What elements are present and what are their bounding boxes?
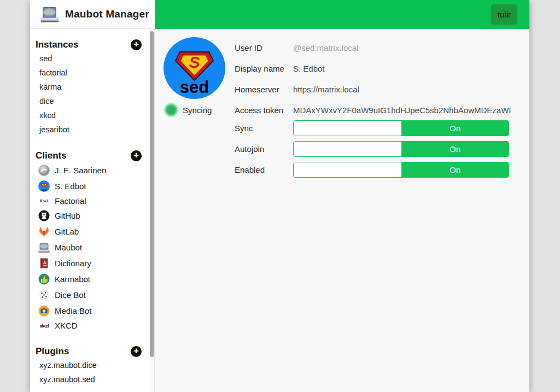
sidebar-item-instance-xkcd[interactable]: xkcd bbox=[36, 108, 143, 122]
avatar-text: sed bbox=[180, 78, 209, 97]
app-body: Instances + sed factorial karma dice xkc… bbox=[30, 29, 529, 392]
thumbs-up-icon bbox=[38, 273, 50, 285]
red-book-icon: A bbox=[38, 258, 50, 269]
sidebar-item-instance-karma[interactable]: karma bbox=[36, 80, 143, 94]
enabled-toggle-on-half[interactable]: On bbox=[401, 162, 509, 177]
sidebar-item-client-xkcd[interactable]: xkcd XKCD bbox=[36, 319, 143, 332]
sidebar-item-plugin-dice[interactable]: xyz.maubot.dice bbox=[36, 358, 143, 372]
sync-toggle-on-half[interactable]: On bbox=[401, 121, 509, 136]
field-row-user-id: User ID @sed:matrix.local bbox=[235, 37, 513, 58]
enabled-toggle-off-half[interactable] bbox=[294, 162, 401, 177]
section-instances: Instances + sed factorial karma dice xkc… bbox=[30, 34, 149, 137]
autojoin-toggle[interactable]: On bbox=[293, 141, 509, 157]
field-row-homeserver: Homeserver https://matrix.local bbox=[235, 79, 513, 100]
section-instances-header: Instances + bbox=[36, 39, 143, 51]
add-instance-icon[interactable]: + bbox=[131, 39, 142, 50]
add-client-icon[interactable]: + bbox=[131, 150, 142, 161]
sidebar-item-instance-sed[interactable]: sed bbox=[36, 51, 143, 66]
client-profile-column: S sed Syncing bbox=[164, 37, 235, 384]
sidebar-list: Instances + sed factorial karma dice xkc… bbox=[30, 29, 149, 392]
sidebar-item-client-gitlab[interactable]: GitLab bbox=[36, 224, 143, 239]
add-plugin-icon[interactable]: + bbox=[131, 346, 142, 357]
sync-status: Syncing bbox=[164, 102, 235, 118]
app-window: Maubot Manager tulir Instances + sed fac… bbox=[30, 0, 529, 392]
enabled-toggle[interactable]: On bbox=[293, 162, 509, 178]
sidebar-item-client-dicebot[interactable]: Dice Bot bbox=[36, 287, 143, 303]
top-bar: Maubot Manager tulir bbox=[30, 0, 529, 29]
status-label: Syncing bbox=[183, 106, 212, 115]
sidebar-item-instance-factorial[interactable]: factorial bbox=[36, 66, 143, 80]
top-bar-actions: tulir bbox=[155, 0, 529, 29]
maubot-cat-laptop-icon bbox=[38, 242, 50, 253]
homeserver-value[interactable]: https://matrix.local bbox=[293, 85, 359, 94]
person-avatar-icon bbox=[38, 165, 50, 176]
sidebar-item-instance-jesaribot[interactable]: jesaribot bbox=[36, 122, 143, 137]
superman-sed-avatar-icon: S sed bbox=[38, 180, 50, 192]
toggle-label: Enabled bbox=[235, 165, 293, 174]
sync-toggle-off-half[interactable] bbox=[294, 121, 401, 136]
avatar-shield-letter: S bbox=[189, 53, 200, 71]
toggle-label: Autojoin bbox=[235, 144, 293, 154]
client-label: Maubot bbox=[55, 243, 82, 252]
top-bar-brand: Maubot Manager bbox=[30, 0, 155, 29]
client-label: XKCD bbox=[55, 321, 78, 330]
section-title: Plugins bbox=[36, 346, 69, 357]
gitlab-fox-icon bbox=[38, 226, 50, 237]
user-id-value: @sed:matrix.local bbox=[293, 43, 358, 52]
sidebar-item-client-dictionary[interactable]: A Dictionary bbox=[36, 255, 143, 271]
github-octocat-icon bbox=[38, 210, 50, 221]
access-token-value[interactable]: MDAxYWxvY2F0aW9uIG1hdHJpeC5sb2NhbAowMDEz… bbox=[293, 106, 511, 115]
sidebar-item-client-factorial[interactable]: 0!=1 Factorial bbox=[36, 194, 143, 208]
section-clients-header: Clients + bbox=[36, 150, 143, 162]
sidebar-item-client-maubot[interactable]: Maubot bbox=[36, 239, 143, 255]
sidebar-scrollbar[interactable] bbox=[149, 29, 154, 392]
status-dot-icon bbox=[164, 102, 179, 118]
client-label: Media Bot bbox=[55, 306, 92, 315]
toggle-label: Sync bbox=[235, 124, 293, 133]
toggle-row-autojoin: Autojoin On bbox=[235, 141, 513, 157]
factorial-formula-icon: 0!=1 bbox=[38, 199, 50, 203]
sidebar-item-client-sedbot[interactable]: S sed S. Edbot bbox=[36, 178, 143, 194]
toggle-row-sync: Sync On bbox=[235, 120, 513, 136]
sidebar: Instances + sed factorial karma dice xkc… bbox=[30, 29, 155, 392]
dice-icon bbox=[38, 289, 50, 301]
field-row-display-name: Display name S. Edbot bbox=[235, 58, 513, 79]
section-plugins: Plugins + xyz.maubot.dice xyz.maubot.sed bbox=[30, 341, 149, 387]
app-title: Maubot Manager bbox=[65, 8, 149, 20]
client-label: Karmabot bbox=[55, 274, 90, 284]
autojoin-toggle-off-half[interactable] bbox=[294, 142, 401, 156]
section-clients: Clients + J. E. Saarinen bbox=[30, 145, 149, 332]
client-label: Dictionary bbox=[55, 259, 91, 268]
client-label: GitLab bbox=[55, 227, 79, 236]
sidebar-item-client-saarinen[interactable]: J. E. Saarinen bbox=[36, 162, 143, 178]
client-avatar: S sed bbox=[164, 37, 225, 99]
field-label: Homeserver bbox=[235, 85, 293, 94]
section-plugins-header: Plugins + bbox=[36, 346, 143, 358]
sidebar-item-instance-dice[interactable]: dice bbox=[36, 94, 143, 108]
client-fields-column: User ID @sed:matrix.local Display name S… bbox=[235, 37, 513, 384]
sidebar-item-client-mediabot[interactable]: Media Bot bbox=[36, 303, 143, 319]
field-label: Display name bbox=[235, 64, 293, 73]
section-title: Clients bbox=[36, 150, 67, 161]
client-detail-pane: S sed Syncing User ID @sed:matrix.local … bbox=[155, 29, 529, 392]
svg-text:sed: sed bbox=[42, 188, 46, 191]
section-title: Instances bbox=[36, 39, 78, 50]
autojoin-toggle-on-half[interactable]: On bbox=[401, 142, 509, 156]
maubot-logo-icon bbox=[40, 6, 59, 23]
toggle-row-enabled: Enabled On bbox=[235, 162, 513, 178]
xkcd-logo-icon: xkcd bbox=[38, 323, 50, 329]
client-label: S. Edbot bbox=[55, 182, 86, 191]
display-name-value[interactable]: S. Edbot bbox=[293, 64, 325, 73]
sidebar-item-client-github[interactable]: GitHub bbox=[36, 208, 143, 224]
field-row-access-token: Access token MDAxYWxvY2F0aW9uIG1hdHJpeC5… bbox=[235, 100, 513, 120]
svg-text:A: A bbox=[43, 260, 46, 265]
user-account-button[interactable]: tulir bbox=[491, 4, 517, 25]
sidebar-item-plugin-sed[interactable]: xyz.maubot.sed bbox=[36, 372, 143, 387]
field-label: Access token bbox=[235, 106, 293, 115]
sync-toggle[interactable]: On bbox=[293, 120, 509, 136]
camera-icon bbox=[38, 305, 50, 317]
sidebar-scrollbar-thumb[interactable] bbox=[150, 31, 154, 357]
client-label: J. E. Saarinen bbox=[55, 166, 106, 175]
client-label: Dice Bot bbox=[55, 290, 86, 300]
sidebar-item-client-karmabot[interactable]: Karmabot bbox=[36, 271, 143, 287]
